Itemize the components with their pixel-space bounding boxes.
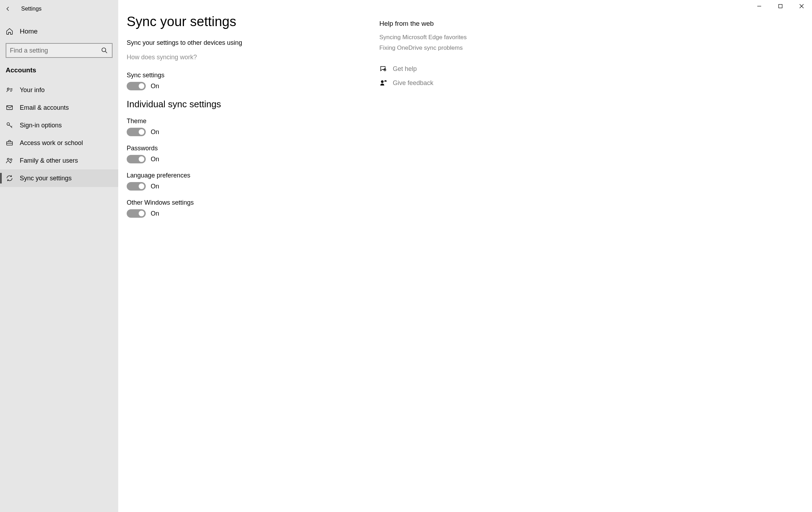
sidebar-item-family[interactable]: Family & other users: [0, 152, 118, 169]
sidebar-item-your-info[interactable]: Your info: [0, 81, 118, 99]
help-title: Help from the web: [379, 20, 496, 28]
feedback-row[interactable]: Give feedback: [379, 79, 496, 87]
sync-settings-toggle-row: On: [127, 82, 379, 90]
briefcase-icon: [6, 139, 13, 147]
titlebar-left: Settings: [0, 0, 118, 18]
help-link-edge[interactable]: Syncing Microsoft Edge favorites: [379, 34, 496, 41]
sync-settings-state: On: [151, 83, 159, 90]
theme-toggle-row: On: [127, 128, 379, 136]
maximize-button[interactable]: [770, 0, 791, 12]
close-icon: [799, 4, 804, 8]
search-wrap: [0, 43, 118, 58]
svg-rect-2: [7, 106, 13, 110]
people-icon: [6, 157, 13, 164]
home-label: Home: [20, 28, 38, 35]
other-toggle[interactable]: [127, 209, 146, 218]
maximize-icon: [778, 4, 783, 8]
svg-point-5: [7, 158, 9, 161]
passwords-toggle[interactable]: [127, 155, 146, 163]
sidebar-item-label: Access work or school: [20, 139, 83, 147]
sidebar-item-work[interactable]: Access work or school: [0, 134, 118, 152]
lead-text: Sync your settings to other devices usin…: [127, 39, 379, 47]
get-help-label: Get help: [393, 65, 417, 73]
home-icon: [6, 28, 13, 35]
nav-items: Your info Email & accounts Sign-in optio…: [0, 81, 118, 187]
sidebar: Settings Home Accounts Your info: [0, 0, 118, 512]
chat-icon: [379, 65, 387, 73]
sidebar-item-sync[interactable]: Sync your settings: [0, 169, 118, 187]
passwords-state: On: [151, 156, 159, 163]
sidebar-item-label: Your info: [20, 86, 44, 94]
minimize-button[interactable]: [748, 0, 770, 12]
theme-state: On: [151, 128, 159, 136]
sidebar-item-label: Sign-in options: [20, 122, 62, 129]
other-toggle-row: On: [127, 209, 379, 218]
content: Sync your settings Sync your settings to…: [118, 0, 812, 512]
svg-point-6: [10, 159, 12, 161]
search-box[interactable]: [6, 43, 113, 58]
svg-rect-7: [778, 5, 782, 8]
sync-settings-toggle[interactable]: [127, 82, 146, 90]
language-label: Language preferences: [127, 172, 379, 179]
theme-label: Theme: [127, 118, 379, 125]
svg-point-9: [381, 80, 384, 83]
sync-settings-label: Sync settings: [127, 72, 379, 79]
minimize-icon: [757, 4, 762, 8]
passwords-toggle-row: On: [127, 155, 379, 163]
search-input[interactable]: [10, 47, 101, 54]
sidebar-home[interactable]: Home: [0, 23, 118, 40]
sidebar-item-email[interactable]: Email & accounts: [0, 99, 118, 116]
get-help-row[interactable]: Get help: [379, 65, 496, 73]
page-title: Sync your settings: [127, 14, 379, 29]
close-button[interactable]: [791, 0, 812, 12]
sidebar-item-signin[interactable]: Sign-in options: [0, 116, 118, 134]
sidebar-item-label: Family & other users: [20, 157, 78, 164]
feedback-label: Give feedback: [393, 79, 433, 87]
other-state: On: [151, 210, 159, 217]
mail-icon: [6, 104, 13, 112]
person-card-icon: [6, 86, 13, 94]
other-label: Other Windows settings: [127, 199, 379, 206]
svg-point-1: [7, 88, 9, 90]
arrow-left-icon: [5, 6, 11, 12]
individual-heading: Individual sync settings: [127, 99, 379, 110]
language-toggle[interactable]: [127, 182, 146, 191]
theme-toggle[interactable]: [127, 128, 146, 136]
how-sync-link[interactable]: How does syncing work?: [127, 54, 197, 61]
passwords-label: Passwords: [127, 145, 379, 152]
help-column: Help from the web Syncing Microsoft Edge…: [379, 0, 503, 512]
sync-icon: [6, 174, 13, 182]
svg-point-3: [7, 123, 10, 125]
app-root: Settings Home Accounts Your info: [0, 0, 812, 512]
main-column: Sync your settings Sync your settings to…: [118, 0, 379, 512]
window-controls: [748, 0, 812, 12]
feedback-icon: [379, 79, 387, 87]
window-title: Settings: [21, 6, 42, 12]
language-state: On: [151, 183, 159, 190]
help-link-onedrive[interactable]: Fixing OneDrive sync problems: [379, 44, 496, 52]
language-toggle-row: On: [127, 182, 379, 191]
key-icon: [6, 121, 13, 129]
sidebar-item-label: Email & accounts: [20, 104, 69, 112]
sidebar-item-label: Sync your settings: [20, 175, 72, 182]
svg-point-0: [102, 48, 106, 52]
search-icon: [101, 47, 108, 54]
back-button[interactable]: [5, 6, 11, 12]
sidebar-category: Accounts: [0, 58, 118, 78]
